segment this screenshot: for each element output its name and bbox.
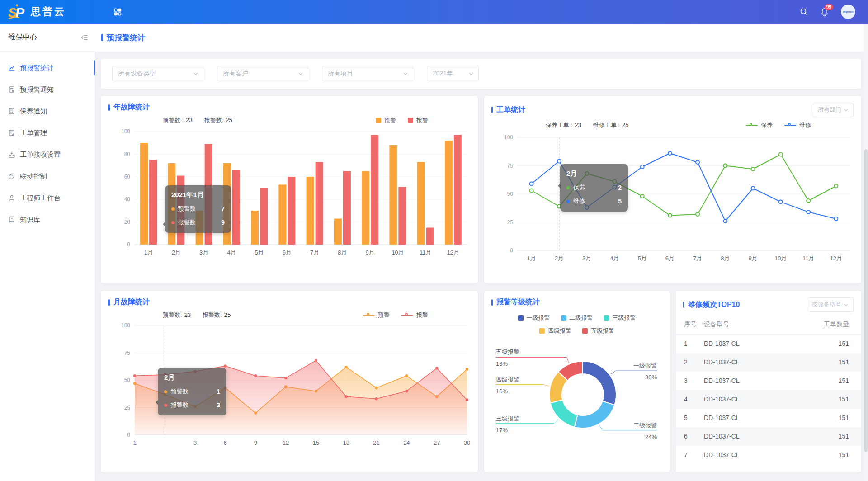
chevron-down-icon <box>468 71 474 76</box>
svg-text:50: 50 <box>507 191 514 197</box>
device-type-select[interactable]: 所有设备类型 <box>112 66 203 81</box>
svg-text:100: 100 <box>504 134 513 141</box>
table-row: 3DD-1037-CL151 <box>676 372 861 390</box>
alarm-level-donut-chart[interactable]: 一级报警30%二级报警24%三级报警17%四级报警16%五级报警13% <box>484 336 670 453</box>
sidebar-item-linkage-control[interactable]: 联动控制 <box>0 165 95 187</box>
svg-text:9月: 9月 <box>749 255 758 262</box>
svg-text:8月: 8月 <box>721 255 730 262</box>
alarm-level-title: 报警等级统计 <box>491 297 540 307</box>
sidebar-item-workorder-manage[interactable]: 工单管理 <box>0 122 95 144</box>
work-order-icon <box>8 129 15 137</box>
knowledge-book-icon <box>8 216 15 223</box>
chevron-down-icon <box>298 71 303 76</box>
year-fault-legend[interactable]: 预警 报警 <box>376 116 428 124</box>
work-order-stats: 保养工单 :23 维修工单 :25 保养 维修 <box>484 121 861 131</box>
svg-text:1月: 1月 <box>144 249 153 256</box>
year-fault-card: 年故障统计 预警数 :23 报警数:25 预警 报警 0204060801001… <box>101 96 478 283</box>
work-order-card: 工单统计 所有部门 保养工单 :23 维修工单 :25 保养 维修 <box>484 96 861 283</box>
linkage-icon <box>8 173 15 180</box>
top-bar: S P 思普云 99 Hignton <box>0 0 868 24</box>
col-index: 序号 <box>676 316 704 335</box>
collapse-menu-icon[interactable] <box>80 33 89 42</box>
svg-text:7月: 7月 <box>310 249 319 256</box>
sidebar-item-prealarm-stats[interactable]: 预报警统计 <box>0 57 95 79</box>
month-fault-card: 月故障统计 预警数:23 报警数:25 预警 报警 02550751001369… <box>101 291 478 472</box>
year-fault-stats: 预警数 :23 报警数:25 预警 报警 <box>101 116 478 125</box>
project-select[interactable]: 所有项目 <box>322 66 413 81</box>
sidebar-item-engineer-workbench[interactable]: 工程师工作台 <box>0 187 95 209</box>
filter-bar: 所有设备类型 所有客户 所有项目 2021年 <box>101 59 861 89</box>
svg-text:75: 75 <box>124 350 131 356</box>
svg-text:30: 30 <box>464 439 470 446</box>
svg-text:6: 6 <box>224 439 227 446</box>
sidebar-item-prealarm-notice[interactable]: 预报警通知 <box>0 79 95 100</box>
svg-text:18: 18 <box>343 439 349 446</box>
chevron-down-icon <box>844 108 849 113</box>
svg-text:6月: 6月 <box>283 249 292 256</box>
svg-text:0: 0 <box>127 241 130 248</box>
svg-text:25: 25 <box>507 219 514 226</box>
department-select[interactable]: 所有部门 <box>813 103 854 117</box>
svg-text:9: 9 <box>254 439 257 446</box>
sidebar-item-workorder-receive[interactable]: 工单接收设置 <box>0 144 95 165</box>
work-order-legend[interactable]: 保养 维修 <box>746 121 811 129</box>
work-order-tooltip: 2月 保养2 维修5 <box>560 164 628 212</box>
device-model-sort-select[interactable]: 按设备型号 <box>807 297 854 312</box>
svg-text:8月: 8月 <box>338 249 347 256</box>
year-fault-bar-chart[interactable]: 0204060801001月2月3月4月5月6月7月8月9月10月11月12月 <box>101 125 478 268</box>
alarm-level-card: 报警等级统计 一级报警 二级报警 三级报警 四级报警 五级报警 一级报警30%二… <box>484 291 670 472</box>
year-select[interactable]: 2021年 <box>427 66 479 81</box>
svg-text:二级报警: 二级报警 <box>633 422 657 429</box>
avatar[interactable]: Hignton <box>841 5 855 19</box>
sidebar-item-knowledge-base[interactable]: 知识库 <box>0 209 95 231</box>
svg-text:四级报警: 四级报警 <box>496 376 519 383</box>
table-row: 4DD-1037-CL151 <box>676 390 861 409</box>
svg-text:12: 12 <box>283 439 289 446</box>
svg-text:40: 40 <box>124 196 131 203</box>
svg-text:一级报警: 一级报警 <box>633 362 657 369</box>
page-scrollbar-thumb[interactable] <box>864 149 868 452</box>
svg-text:75: 75 <box>507 163 514 169</box>
svg-text:100: 100 <box>121 322 130 329</box>
month-fault-title: 月故障统计 <box>108 297 150 307</box>
repair-top10-title: 维修频次TOP10 <box>683 300 740 310</box>
svg-text:0: 0 <box>510 247 513 254</box>
brand-logo[interactable]: S P 思普云 <box>0 4 95 20</box>
svg-text:25: 25 <box>124 405 131 411</box>
svg-text:6月: 6月 <box>665 255 675 262</box>
svg-text:16%: 16% <box>496 388 508 395</box>
svg-text:1: 1 <box>133 439 136 446</box>
svg-text:2月: 2月 <box>172 249 181 256</box>
main-content: 预报警统计 所有设备类型 所有客户 所有项目 2021年 <box>95 24 868 481</box>
apps-grid-icon[interactable] <box>114 8 122 16</box>
svg-text:12月: 12月 <box>447 249 459 256</box>
svg-text:5月: 5月 <box>638 255 647 262</box>
svg-text:3月: 3月 <box>582 255 591 262</box>
svg-text:10月: 10月 <box>774 255 787 262</box>
svg-text:五级报警: 五级报警 <box>496 349 519 355</box>
engineer-icon <box>8 194 15 202</box>
notice-doc-icon <box>8 86 15 93</box>
sidebar-item-maintain-notice[interactable]: 保养通知 <box>0 100 95 122</box>
svg-text:27: 27 <box>434 439 440 446</box>
sidebar: 维保中心 预报警统计 预报警通知 保养通知 <box>0 24 95 481</box>
customer-select[interactable]: 所有客户 <box>217 66 308 81</box>
table-row: 7DD-1037-CL151 <box>676 446 861 464</box>
brand-name: 思普云 <box>31 5 66 19</box>
year-fault-tooltip: 2021年1月 预警数7 报警数9 <box>165 185 231 233</box>
svg-text:80: 80 <box>124 151 131 157</box>
notifications-bell-icon[interactable]: 99 <box>820 7 829 17</box>
svg-text:21: 21 <box>373 439 379 446</box>
month-fault-legend[interactable]: 预警 报警 <box>363 311 428 319</box>
title-accent-bar <box>101 34 103 41</box>
svg-text:4月: 4月 <box>227 249 236 256</box>
month-fault-stats: 预警数:23 报警数:25 预警 报警 <box>101 311 478 320</box>
notification-badge: 99 <box>825 4 833 10</box>
work-order-line-chart[interactable]: 02550751001月2月3月4月5月6月7月8月9月10月11月12月 <box>484 131 861 274</box>
alarm-level-legend[interactable]: 一级报警 二级报警 三级报警 四级报警 五级报警 <box>484 311 670 336</box>
sidebar-title: 维保中心 <box>8 33 37 42</box>
svg-text:30%: 30% <box>645 374 657 381</box>
search-icon[interactable] <box>799 7 808 16</box>
svg-text:50: 50 <box>124 377 131 383</box>
year-fault-title: 年故障统计 <box>108 103 150 112</box>
